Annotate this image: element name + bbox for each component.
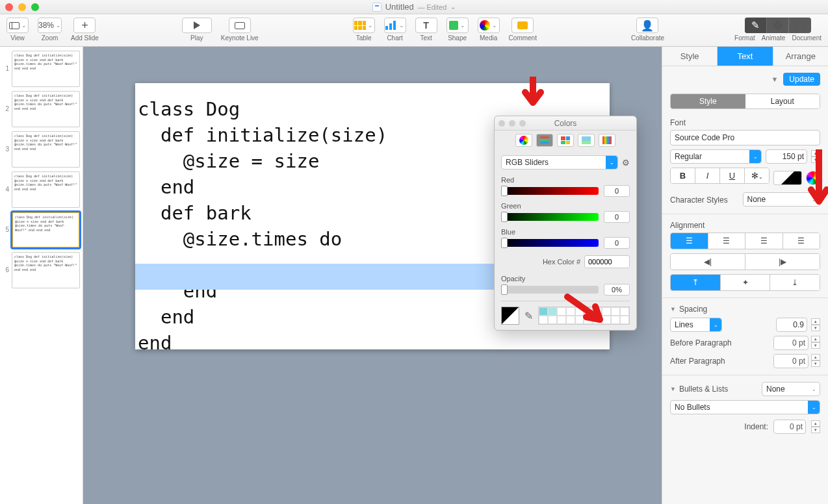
- valign-bottom-button[interactable]: ⤓: [770, 275, 820, 290]
- subtab-layout[interactable]: Layout: [745, 94, 820, 108]
- char-styles-label: Character Styles: [670, 195, 739, 205]
- chart-label: Chart: [387, 34, 402, 42]
- indent-stepper[interactable]: ▴▾: [811, 420, 820, 433]
- before-para-stepper[interactable]: ▴▾: [811, 336, 820, 350]
- red-value[interactable]: 0: [604, 185, 630, 197]
- before-para-value[interactable]: 0 pt: [773, 336, 809, 350]
- play-button[interactable]: [182, 18, 212, 33]
- red-slider[interactable]: [501, 187, 599, 195]
- document-inspector-button[interactable]: [789, 18, 811, 33]
- blue-value[interactable]: 0: [604, 237, 630, 249]
- line-spacing-value[interactable]: 0.9: [776, 318, 807, 332]
- color-swatch-grid[interactable]: [538, 307, 630, 325]
- subtab-style[interactable]: Style: [671, 94, 745, 108]
- tab-text[interactable]: Text: [718, 47, 773, 66]
- spacing-label: Spacing: [679, 305, 707, 314]
- tab-style[interactable]: Style: [662, 47, 718, 66]
- slide-thumb-5[interactable]: 5class Dog def initialize(size) @size = …: [3, 212, 80, 248]
- green-value[interactable]: 0: [604, 211, 630, 223]
- update-button[interactable]: Update: [783, 73, 820, 86]
- play-label: Play: [190, 34, 203, 42]
- valign-top-button[interactable]: ⤒: [671, 275, 721, 290]
- eyedropper-icon[interactable]: ✎: [524, 310, 533, 322]
- slide-thumb-4[interactable]: 4class Dog def initialize(size) @size = …: [3, 171, 80, 208]
- indent-increase-button[interactable]: |▶: [745, 254, 820, 270]
- table-icon: [354, 21, 366, 30]
- chart-button[interactable]: ⌄: [384, 18, 406, 33]
- comment-label: Comment: [509, 34, 537, 42]
- green-slider[interactable]: [501, 213, 599, 221]
- slide-thumb-1[interactable]: 1class Dog def initialize(size) @size = …: [3, 51, 80, 87]
- text-color-wheel-button[interactable]: [806, 171, 820, 185]
- valign-middle-button[interactable]: ✦: [721, 275, 771, 290]
- colors-close-button[interactable]: [498, 120, 505, 127]
- bullets-type-select[interactable]: No Bullets⌄: [670, 400, 820, 414]
- collaborate-button[interactable]: 👤: [636, 18, 658, 33]
- align-left-button[interactable]: ☰: [671, 233, 708, 249]
- comment-button[interactable]: [511, 18, 534, 33]
- table-button[interactable]: ⌄: [353, 18, 375, 33]
- table-label: Table: [356, 34, 372, 42]
- blue-slider[interactable]: [501, 239, 599, 247]
- after-para-stepper[interactable]: ▴▾: [811, 354, 820, 368]
- underline-button[interactable]: U: [720, 168, 745, 183]
- bullets-label: Bullets & Lists: [679, 384, 728, 394]
- line-spacing-mode[interactable]: Lines⌄: [670, 318, 722, 332]
- opacity-slider[interactable]: [501, 286, 599, 294]
- add-slide-button[interactable]: +: [73, 18, 96, 33]
- slide-thumb-6[interactable]: 6class Dog def initialize(size) @size = …: [3, 252, 80, 288]
- tab-arrange[interactable]: Arrange: [773, 47, 828, 66]
- advanced-font-button[interactable]: ✻⌄: [745, 168, 769, 183]
- color-pencils-tab[interactable]: [599, 134, 615, 147]
- chevron-down-icon[interactable]: ⌄: [450, 3, 456, 10]
- keynote-live-button[interactable]: [229, 18, 251, 33]
- bold-button[interactable]: B: [671, 168, 695, 183]
- shape-button[interactable]: ⌄: [446, 18, 469, 33]
- inspector-tabs: Style Text Arrange: [662, 47, 828, 66]
- color-palettes-tab[interactable]: [557, 134, 574, 147]
- blue-label: Blue: [501, 228, 630, 236]
- hex-input[interactable]: [584, 255, 630, 268]
- document-edited-indicator: — Edited: [418, 3, 447, 11]
- align-right-button[interactable]: ☰: [745, 233, 783, 249]
- add-slide-label: Add Slide: [71, 34, 99, 42]
- main-toolbar: ⌄ View 38%⌄ Zoom + Add Slide Play Keynot…: [0, 14, 828, 47]
- font-size-stepper[interactable]: ▴▾: [811, 150, 820, 163]
- gear-icon[interactable]: ⚙: [622, 158, 630, 168]
- indent-decrease-button[interactable]: ◀|: [671, 254, 745, 270]
- view-label: View: [10, 34, 25, 42]
- animate-inspector-button[interactable]: [767, 18, 789, 33]
- align-center-button[interactable]: ☰: [708, 233, 746, 249]
- text-button[interactable]: T: [415, 18, 437, 33]
- font-family-select[interactable]: Source Code Pro: [670, 130, 820, 145]
- diamond-icon: [772, 20, 783, 31]
- current-color-swatch: [501, 307, 519, 325]
- after-para-value[interactable]: 0 pt: [773, 354, 809, 368]
- slide-thumb-2[interactable]: 2class Dog def initialize(size) @size = …: [3, 91, 80, 127]
- font-variant-select[interactable]: Regular⌄: [670, 149, 762, 164]
- zoom-button[interactable]: 38%⌄: [38, 18, 62, 33]
- slider-type-select[interactable]: RGB Sliders⌄: [501, 155, 618, 170]
- bullets-preset-select[interactable]: None⌄: [762, 382, 820, 396]
- italic-button[interactable]: I: [695, 168, 720, 183]
- media-button[interactable]: ⌄: [478, 18, 500, 33]
- animate-label: Animate: [762, 34, 786, 42]
- line-spacing-stepper[interactable]: ▴▾: [811, 318, 820, 331]
- color-image-tab[interactable]: [578, 134, 595, 147]
- opacity-value[interactable]: 0%: [604, 284, 630, 296]
- format-inspector-button[interactable]: ✎: [745, 18, 767, 33]
- slide-thumb-3[interactable]: 3class Dog def initialize(size) @size = …: [3, 131, 80, 168]
- font-section-label: Font: [670, 118, 820, 127]
- char-styles-select[interactable]: None⌄: [743, 192, 821, 207]
- text-color-swatch[interactable]: [773, 171, 802, 185]
- paragraph-style-disclosure[interactable]: ▼: [771, 75, 778, 83]
- keynote-live-label: Keynote Live: [221, 34, 259, 42]
- slide-navigator[interactable]: 1class Dog def initialize(size) @size = …: [0, 47, 83, 504]
- color-sliders-tab[interactable]: [536, 134, 553, 147]
- indent-value[interactable]: 0 pt: [773, 420, 806, 434]
- view-button[interactable]: ⌄: [6, 18, 29, 33]
- color-wheel-tab[interactable]: [515, 134, 532, 147]
- font-size-field[interactable]: 150 pt: [766, 149, 807, 164]
- colors-popover[interactable]: Colors RGB Sliders⌄ ⚙ Red 0 Green 0 Blue…: [494, 116, 637, 331]
- align-justify-button[interactable]: ☰: [783, 233, 820, 249]
